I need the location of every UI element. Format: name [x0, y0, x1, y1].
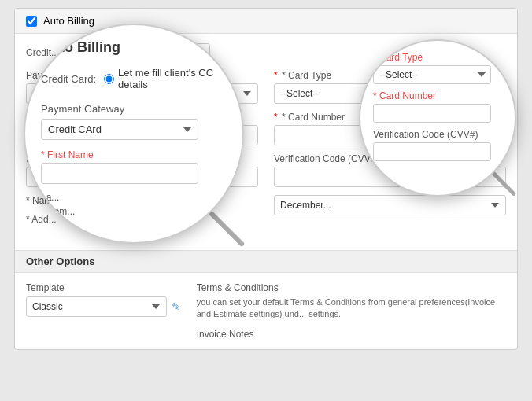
magnify-left-content: Auto Billing Credit Card: Let me fill cl…	[25, 25, 242, 231]
magnify-card-type-select[interactable]: --Select--	[373, 65, 491, 84]
other-options-bar: Other Options	[15, 250, 517, 273]
magnify-gateway-section: Payment Gateway Credit CArd	[41, 103, 227, 140]
auto-billing-checkbox[interactable]	[26, 16, 37, 27]
magnify-right-content: * Card Type --Select-- * Card Number Ver…	[360, 41, 515, 172]
invoice-notes-label: Invoice Notes	[197, 329, 506, 340]
tc-text: you can set your default Terms & Conditi…	[197, 296, 506, 321]
magnify-first-name-group: * First Name	[41, 149, 227, 184]
magnify-card-number-input[interactable]	[373, 104, 491, 123]
tc-label: Terms & Conditions	[197, 282, 506, 293]
magnify-overlay-left: Auto Billing Credit Card: Let me fill cl…	[24, 24, 244, 244]
magnify-card-type-label: * Card Type	[373, 52, 502, 63]
auto-billing-title: Auto Billing	[43, 15, 94, 27]
template-select[interactable]: Classic	[26, 296, 167, 317]
template-column: Template Classic ✎	[26, 282, 181, 340]
magnify-gateway-label: Payment Gateway	[41, 103, 227, 115]
magnify-cc-row: Credit Card: Let me fill client's CC det…	[41, 67, 227, 90]
other-options-label: Other Options	[26, 256, 94, 267]
magnify-cc-label: Credit Card:	[41, 73, 96, 85]
magnify-first-name-label: * First Name	[41, 149, 227, 160]
template-label: Template	[26, 282, 181, 293]
magnify-radio-label: Let me fill client's CC details	[118, 67, 227, 90]
magnify-radio-input[interactable]	[104, 74, 114, 84]
expiry-select[interactable]: December...	[274, 195, 506, 215]
magnify-last-name-truncated: La...	[41, 192, 227, 203]
magnify-radio-option[interactable]: Let me fill client's CC details	[104, 67, 227, 90]
template-edit-icon[interactable]: ✎	[172, 300, 181, 313]
tc-column: Terms & Conditions you can set your defa…	[197, 282, 506, 340]
bottom-section: Template Classic ✎ Terms & Conditions yo…	[15, 273, 517, 349]
magnify-gateway-select[interactable]: Credit CArd	[41, 119, 198, 140]
magnify-card-number-label: * Card Number	[373, 90, 502, 101]
auto-billing-header: Auto Billing	[15, 9, 517, 34]
expiry-group: December...	[274, 195, 506, 215]
magnify-name-truncated: * Nam...	[41, 206, 227, 217]
magnify-cvv-input[interactable]	[373, 142, 491, 161]
template-select-row: Classic ✎	[26, 296, 181, 317]
magnify-first-name-input[interactable]	[41, 163, 198, 184]
magnify-overlay-right: * Card Type --Select-- * Card Number Ver…	[359, 39, 516, 197]
magnify-cvv-label: Verification Code (CVV#)	[373, 129, 502, 140]
